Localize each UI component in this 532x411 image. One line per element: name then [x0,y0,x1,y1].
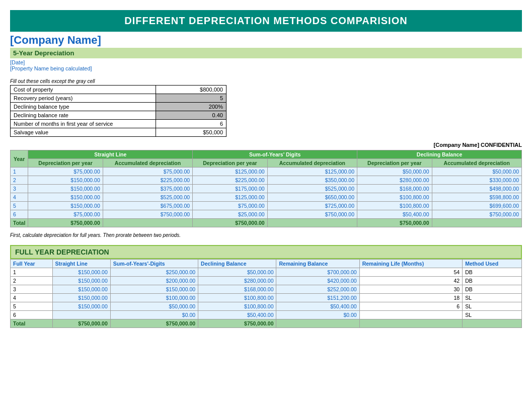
input-label-4: Number of months in first year of servic… [11,120,156,128]
fy-header-4: Remaining Balance [276,260,359,268]
fy-row-0-col-1: $150,000.00 [52,268,110,277]
main-row-4-col-2: $675,000.00 [103,202,192,210]
fy-total-col-0: Total [11,319,53,328]
main-row-3-col-6: $598,800.00 [432,193,521,202]
main-row-1-col-0: 2 [11,176,28,185]
fy-row-2-col-3: $168,000.00 [198,285,276,294]
main-row-2-col-1: $150,000.00 [28,185,103,193]
fy-header-0: Full Year [11,260,53,268]
fy-row-3-col-3: $100,800.00 [198,294,276,302]
fy-row-5-col-0: 6 [11,311,53,319]
fy-row-5-col-2: $0.00 [110,311,198,319]
total-col-1: $750,000.00 [28,219,103,227]
fy-total-col-5 [359,319,462,328]
main-row-0-col-6: $50,000.00 [432,168,521,176]
fy-row-4-col-0: 5 [11,302,53,311]
fy-row-5-col-1 [52,311,110,319]
total-col-4 [267,219,357,227]
input-value-0: $800,000 [156,86,226,94]
fy-row-3-col-2: $100,000.00 [110,294,198,302]
fy-total-col-1: $750,000.00 [52,319,110,328]
input-value-1: 5 [156,94,226,103]
fy-row-0-col-0: 1 [11,268,53,277]
main-row-0-col-4: $125,000.00 [267,168,357,176]
db-section-header: Declining Balance [357,150,522,159]
main-row-1-col-2: $225,000.00 [103,176,192,185]
main-row-3-col-2: $525,000.00 [103,193,192,202]
fy-row-3-col-5: 18 [359,294,462,302]
input-value-5: $50,000 [156,128,226,137]
input-label-1: Recovery period (years) [11,94,156,103]
main-row-1-col-3: $225,000.00 [193,176,267,185]
comparison-table: Year Straight Line Sum-of-Years' Digits … [10,150,522,227]
fy-row-5-col-6: SL [463,311,522,319]
sy-section-header: Sum-of-Years' Digits [193,150,357,159]
fy-header-2: Sum-of-Years'-Digits [110,260,198,268]
sy-dep-header: Depreciation per year [193,159,267,168]
input-value-3: 0.40 [156,111,226,120]
main-row-1-col-6: $330,000.00 [432,176,521,185]
fy-row-5-col-3: $50,400.00 [198,311,276,319]
main-row-1-col-5: $280,000.00 [357,176,432,185]
main-row-5-col-5: $50,400.00 [357,210,432,219]
main-row-5-col-1: $75,000.00 [28,210,103,219]
main-row-1-col-4: $350,000.00 [267,176,357,185]
main-row-2-col-5: $168,000.00 [357,185,432,193]
section-5year-header: 5-Year Depreciation [10,48,522,58]
fy-row-0-col-5: 54 [359,268,462,277]
fy-row-3-col-0: 4 [11,294,53,302]
fy-row-0-col-2: $250,000.00 [110,268,198,277]
main-row-4-col-6: $699,600.00 [432,202,521,210]
fy-row-2-col-6: DB [463,285,522,294]
main-row-4-col-1: $150,000.00 [28,202,103,210]
fy-row-2-col-5: 30 [359,285,462,294]
confidential-label: [Company Name] CONFIDENTIAL [10,142,522,148]
fy-row-1-col-1: $150,000.00 [52,277,110,285]
main-row-4-col-5: $100,800.00 [357,202,432,210]
fy-header-6: Method Used [463,260,522,268]
input-label-5: Salvage value [11,128,156,137]
full-year-table: Full YearStraight LineSum-of-Years'-Digi… [10,259,522,328]
fy-row-2-col-0: 3 [11,285,53,294]
fy-row-2-col-2: $150,000.00 [110,285,198,294]
full-year-header: FULL YEAR DEPRECIATION [10,245,522,259]
fy-row-1-col-4: $420,000.00 [276,277,359,285]
year-header: Year [11,150,28,168]
main-row-0-col-5: $50,000.00 [357,168,432,176]
main-row-3-col-4: $650,000.00 [267,193,357,202]
sy-acc-header: Accumulated depreciation [267,159,357,168]
input-value-4: 6 [156,120,226,128]
main-row-0-col-0: 1 [11,168,28,176]
main-title: DIFFERENT DEPRECIATION METHODS COMPARISI… [10,10,522,32]
fy-row-4-col-1: $150,000.00 [52,302,110,311]
fy-row-5-col-5 [359,311,462,319]
fy-row-4-col-3: $100,800.00 [198,302,276,311]
fy-total-col-2: $750,000.00 [110,319,198,328]
fy-header-5: Remaining Life (Months) [359,260,462,268]
fy-total-col-3: $750,000.00 [198,319,276,328]
main-row-3-col-1: $150,000.00 [28,193,103,202]
db-dep-header: Depreciation per year [357,159,432,168]
fy-row-3-col-6: SL [463,294,522,302]
db-acc-header: Accumulated depreciation [432,159,521,168]
main-row-2-col-6: $498,000.00 [432,185,521,193]
property-field: [Property Name being calculated] [10,65,522,71]
fy-row-3-col-1: $150,000.00 [52,294,110,302]
fy-row-0-col-6: DB [463,268,522,277]
fy-total-col-6 [463,319,522,328]
main-row-5-col-0: 6 [11,210,28,219]
fy-header-3: Declining Balance [198,260,276,268]
main-row-0-col-3: $125,000.00 [193,168,267,176]
input-label-3: Declining balance rate [11,111,156,120]
main-row-3-col-3: $125,000.00 [193,193,267,202]
fy-row-0-col-3: $50,000.00 [198,268,276,277]
company-name: [Company Name] [10,34,522,47]
date-field: [Date] [10,59,522,65]
fy-total-col-4 [276,319,359,328]
main-row-5-col-2: $750,000.00 [103,210,192,219]
fill-note: Fill out these cells except the gray cel… [10,78,522,84]
main-row-3-col-5: $100,800.00 [357,193,432,202]
input-value-2: 200% [156,103,226,111]
fy-row-1-col-5: 42 [359,277,462,285]
fy-row-4-col-4: $50,400.00 [276,302,359,311]
